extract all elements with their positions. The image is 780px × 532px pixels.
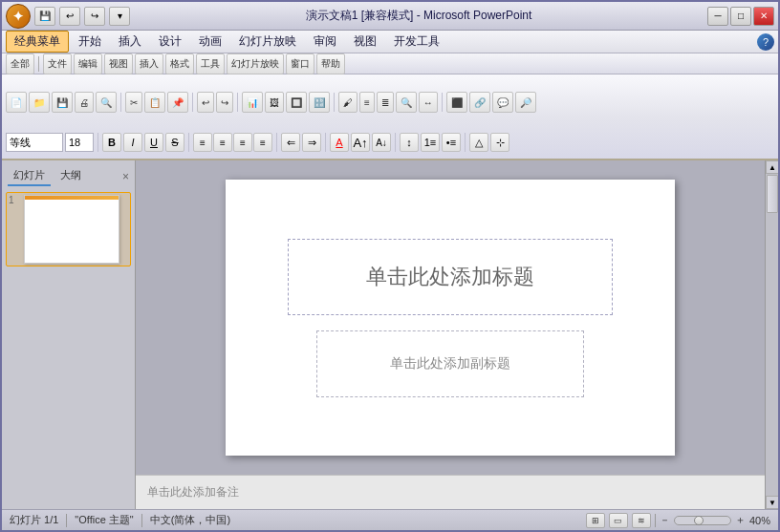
redo-quick-btn[interactable]: ↪ — [84, 7, 105, 26]
status-right: ⊞ ▭ ≋ － ＋ 40% — [586, 513, 770, 528]
font-size-decrease[interactable]: A↓ — [372, 133, 391, 152]
normal-view-button[interactable]: ⊞ — [586, 513, 605, 528]
font-color-button[interactable]: A — [330, 133, 349, 152]
slide-preview-accent — [25, 196, 119, 200]
rib-picture[interactable]: 🖼 — [265, 92, 284, 113]
strikethrough-button[interactable]: S — [165, 133, 184, 152]
menu-item-classic[interactable]: 经典菜单 — [6, 31, 69, 53]
font-name-input[interactable] — [6, 133, 63, 152]
title-placeholder[interactable]: 单击此处添加标题 — [288, 239, 613, 315]
bold-button[interactable]: B — [102, 133, 121, 152]
vertical-scrollbar: ▲ ▼ — [765, 160, 778, 509]
rib-format-painter[interactable]: 🖌 — [338, 92, 358, 113]
zoom-plus-button[interactable]: ＋ — [735, 513, 746, 527]
menu-item-animation[interactable]: 动画 — [191, 32, 229, 52]
maximize-button[interactable]: □ — [730, 7, 751, 26]
scroll-thumb[interactable] — [767, 175, 778, 213]
align-right-button[interactable]: ≡ — [233, 133, 252, 152]
qb-insert[interactable]: 插入 — [135, 53, 163, 74]
scroll-up-button[interactable]: ▲ — [766, 160, 778, 174]
font-size-increase[interactable]: A↑ — [351, 133, 370, 152]
decrease-indent-button[interactable]: ⇐ — [281, 133, 300, 152]
sep — [276, 133, 277, 152]
tab-outline[interactable]: 大纲 — [54, 166, 87, 186]
quick-access-dropdown[interactable]: ▾ — [109, 7, 130, 26]
rib-save[interactable]: 💾 — [52, 92, 73, 113]
qb-file[interactable]: 文件 — [43, 53, 72, 74]
qb-window[interactable]: 窗口 — [286, 53, 314, 74]
bullets-button[interactable]: •≡ — [442, 133, 461, 152]
undo-quick-btn[interactable]: ↩ — [59, 7, 80, 26]
rib-chart[interactable]: 📊 — [242, 92, 263, 113]
qb-edit[interactable]: 编辑 — [74, 53, 102, 74]
slide-sorter-button[interactable]: ▭ — [609, 513, 628, 528]
subtitle-placeholder[interactable]: 单击此处添加副标题 — [316, 330, 584, 397]
slide-canvas[interactable]: 单击此处添加标题 单击此处添加副标题 — [226, 180, 675, 456]
rib-find[interactable]: 🔍 — [396, 92, 417, 113]
panel-close-button[interactable]: × — [122, 170, 129, 183]
scroll-track[interactable] — [766, 174, 778, 496]
menu-item-view[interactable]: 视图 — [346, 32, 384, 52]
notes-placeholder-text: 单击此处添加备注 — [147, 484, 239, 500]
tab-slides[interactable]: 幻灯片 — [8, 166, 51, 186]
zoom-slider-thumb[interactable] — [694, 516, 704, 525]
rib-zoom[interactable]: 🔎 — [515, 92, 536, 113]
window-title: 演示文稿1 [兼容模式] - Microsoft PowerPoint — [130, 8, 707, 24]
align-left-button[interactable]: ≡ — [193, 133, 212, 152]
save-quick-btn[interactable]: 💾 — [34, 7, 55, 26]
rib-numbering[interactable]: ≣ — [377, 92, 394, 113]
increase-indent-button[interactable]: ⇒ — [302, 133, 321, 152]
menu-item-slideshow[interactable]: 幻灯片放映 — [231, 32, 304, 52]
rib-bullets[interactable]: ≡ — [359, 92, 375, 113]
rib-print[interactable]: 🖨 — [75, 92, 94, 113]
qb-slideshow[interactable]: 幻灯片放映 — [227, 53, 284, 74]
italic-button[interactable]: I — [123, 133, 142, 152]
align-center-button[interactable]: ≡ — [213, 133, 232, 152]
numbering-button[interactable]: 1≡ — [421, 133, 440, 152]
qb-tools[interactable]: 工具 — [196, 53, 225, 74]
rib-comment[interactable]: 💬 — [492, 92, 513, 113]
rib-shape[interactable]: 🔲 — [286, 92, 307, 113]
menu-item-start[interactable]: 开始 — [71, 32, 109, 52]
slides-panel: 幻灯片 大纲 × 1 — [2, 160, 136, 509]
qb-format[interactable]: 格式 — [165, 53, 194, 74]
rib-new[interactable]: 📄 — [6, 92, 27, 113]
menu-item-review[interactable]: 审阅 — [306, 32, 344, 52]
notes-area[interactable]: 单击此处添加备注 — [136, 475, 765, 509]
qb-view[interactable]: 视图 — [104, 53, 133, 74]
rib-textbox[interactable]: 🔡 — [309, 92, 330, 113]
qb-all[interactable]: 全部 — [6, 53, 34, 74]
menu-item-insert[interactable]: 插入 — [111, 32, 149, 52]
text-direction-button[interactable]: ↕ — [400, 133, 419, 152]
rib-hyperlink[interactable]: 🔗 — [469, 92, 490, 113]
rib-table[interactable]: ⬛ — [446, 92, 467, 113]
select-button[interactable]: ⊹ — [490, 133, 509, 152]
rib-copy[interactable]: 📋 — [144, 92, 165, 113]
minimize-button[interactable]: ─ — [707, 7, 728, 26]
menu-item-developer[interactable]: 开发工具 — [386, 32, 447, 52]
rib-open[interactable]: 📁 — [29, 92, 50, 113]
qb-help[interactable]: 帮助 — [316, 53, 345, 74]
office-button[interactable]: ✦ — [6, 4, 31, 29]
drawing-button[interactable]: △ — [469, 133, 488, 152]
close-button[interactable]: ✕ — [753, 7, 774, 26]
sep — [442, 93, 443, 112]
rib-preview[interactable]: 🔍 — [96, 92, 117, 113]
slide-thumb[interactable]: 1 — [6, 192, 131, 266]
justify-button[interactable]: ≡ — [253, 133, 272, 152]
rib-cut[interactable]: ✂ — [125, 92, 142, 113]
rib-undo[interactable]: ↩ — [197, 92, 214, 113]
rib-paste[interactable]: 📌 — [167, 92, 188, 113]
reading-view-button[interactable]: ≋ — [632, 513, 651, 528]
menu-item-design[interactable]: 设计 — [151, 32, 189, 52]
help-button[interactable]: ? — [757, 33, 774, 51]
rib-replace[interactable]: ↔ — [419, 92, 438, 113]
zoom-minus-button[interactable]: － — [660, 513, 670, 527]
font-size-input[interactable] — [65, 133, 94, 152]
zoom-slider[interactable] — [674, 516, 731, 525]
title-bar-left: ✦ 💾 ↩ ↪ ▾ — [6, 4, 130, 29]
status-bar: 幻灯片 1/1 "Office 主题" 中文(简体，中国) ⊞ ▭ ≋ － ＋ … — [2, 509, 778, 530]
scroll-down-button[interactable]: ▼ — [766, 496, 778, 509]
rib-redo[interactable]: ↪ — [216, 92, 233, 113]
underline-button[interactable]: U — [144, 133, 163, 152]
